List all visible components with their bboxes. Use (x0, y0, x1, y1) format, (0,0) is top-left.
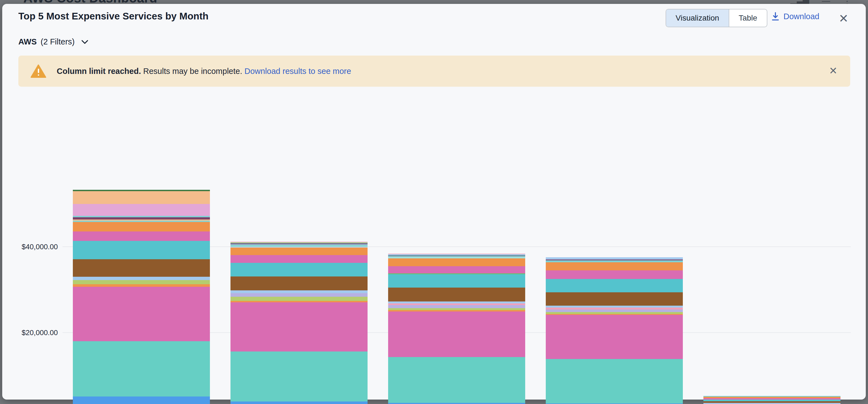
chevron-down-icon (81, 39, 89, 45)
filter-dropdown[interactable]: AWS (2 Filters) (18, 37, 89, 46)
bar-segment[interactable] (230, 255, 368, 263)
bar-segment[interactable] (73, 397, 210, 404)
download-label: Download (783, 12, 819, 21)
bar-segment[interactable] (73, 284, 210, 287)
bar-segment[interactable] (388, 274, 525, 288)
bar-segment[interactable] (230, 263, 368, 276)
bar-segment[interactable] (73, 341, 210, 397)
bar-feb-7[interactable] (230, 242, 368, 404)
bar-segment[interactable] (546, 279, 683, 292)
bar-segment[interactable] (230, 297, 368, 301)
bar-segment[interactable] (546, 260, 683, 263)
bar-segment[interactable] (73, 191, 210, 204)
bar-segment[interactable] (546, 306, 683, 308)
bar-column (693, 93, 851, 404)
bar-segment[interactable] (73, 204, 210, 216)
modal-close-button[interactable]: ✕ (836, 11, 851, 26)
bar-column (63, 93, 220, 404)
bar-feb-21[interactable] (546, 257, 683, 404)
bar-segment[interactable] (388, 305, 525, 308)
bar-segment[interactable] (546, 292, 683, 306)
banner-message: Results may be incomplete. (141, 67, 244, 75)
tab-table[interactable]: Table (729, 9, 767, 27)
close-icon: ✕ (839, 12, 848, 25)
view-toggle: Visualization Table (665, 9, 767, 27)
bar-segment[interactable] (230, 293, 368, 297)
chart-modal: Top 5 Most Expensive Services by Month V… (2, 4, 866, 400)
bar-segment[interactable] (230, 302, 368, 352)
download-icon (771, 12, 780, 21)
bar-segment[interactable] (73, 259, 210, 276)
stacked-bar-chart: $40,000.00$20,000.00$0.00 Jan 31Feb 7Feb… (2, 93, 866, 371)
banner-bold-text: Column limit reached. (57, 67, 141, 75)
bar-segment[interactable] (230, 402, 368, 404)
bar-feb-14[interactable] (388, 254, 525, 404)
bar-segment[interactable] (388, 288, 525, 301)
bar-segment[interactable] (546, 359, 683, 404)
bar-column (220, 93, 378, 404)
filter-count: (2 Filters) (40, 37, 74, 46)
bar-segment[interactable] (546, 257, 683, 260)
warning-banner: Column limit reached. Results may be inc… (18, 56, 850, 87)
banner-close-button[interactable]: ✕ (829, 65, 837, 77)
bar-segment[interactable] (546, 312, 683, 314)
y-tick-label: $20,000.00 (22, 329, 58, 337)
download-button[interactable]: Download (771, 12, 819, 21)
filter-name: AWS (18, 37, 37, 46)
bar-segment[interactable] (388, 301, 525, 303)
bar-segment[interactable] (388, 256, 525, 258)
bars-area (63, 93, 851, 404)
y-tick-label: $40,000.00 (22, 242, 58, 251)
tab-visualization[interactable]: Visualization (666, 9, 729, 27)
bar-segment[interactable] (73, 231, 210, 241)
banner-text: Column limit reached. Results may be inc… (57, 67, 351, 76)
bar-segment[interactable] (230, 247, 368, 255)
bar-segment[interactable] (546, 309, 683, 312)
bar-segment[interactable] (73, 222, 210, 231)
bar-segment[interactable] (388, 259, 525, 266)
bar-segment[interactable] (73, 277, 210, 280)
warning-icon (31, 64, 46, 78)
bar-segment[interactable] (73, 217, 210, 220)
modal-title: Top 5 Most Expensive Services by Month (18, 10, 209, 22)
bar-segment[interactable] (230, 290, 368, 293)
bar-segment[interactable] (230, 276, 368, 290)
bar-segment[interactable] (73, 280, 210, 284)
bar-segment[interactable] (388, 266, 525, 273)
bar-segment[interactable] (546, 308, 683, 309)
bar-segment[interactable] (230, 351, 368, 401)
bar-column (378, 93, 535, 404)
close-icon: ✕ (829, 65, 837, 76)
bar-segment[interactable] (73, 241, 210, 259)
bar-segment[interactable] (388, 311, 525, 357)
bar-feb-28[interactable] (704, 396, 840, 404)
bar-jan-31[interactable] (73, 190, 210, 404)
bar-segment[interactable] (388, 403, 525, 404)
bar-segment[interactable] (388, 308, 525, 310)
bar-column (535, 93, 693, 404)
bar-segment[interactable] (73, 287, 210, 341)
bar-segment[interactable] (546, 262, 683, 270)
bar-segment[interactable] (546, 270, 683, 279)
banner-link[interactable]: Download results to see more (244, 67, 351, 75)
screen: AWS Cost Dashboard ▂▄▆ — ⋮ Top 5 Most Ex… (0, 0, 868, 404)
bar-segment[interactable] (388, 357, 525, 403)
bar-segment[interactable] (546, 315, 683, 359)
